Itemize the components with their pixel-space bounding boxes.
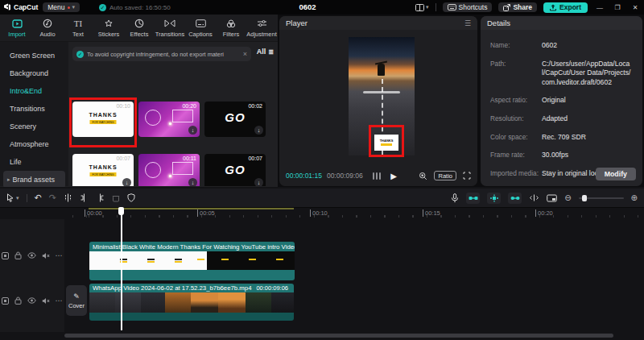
detail-row-name: Name: 0602 (481, 41, 642, 51)
sidebar-item-atmosphere[interactable]: Atmosphere (0, 135, 68, 153)
tab-audio[interactable]: Audio (32, 19, 63, 38)
neon-spark-shape (169, 122, 171, 125)
tab-captions[interactable]: Captions (185, 19, 216, 38)
annotation-red-box-player: THANKS (369, 125, 404, 157)
record-voiceover-icon[interactable] (451, 193, 459, 203)
minimize-button[interactable]: — (594, 4, 605, 11)
sidebar-item-background[interactable]: Background (0, 64, 68, 82)
player-menu-icon[interactable]: ☰ (464, 19, 471, 27)
export-button[interactable]: Export (543, 2, 588, 13)
asset-go-template-1[interactable]: GO 00:02 ↓ (204, 102, 266, 137)
mute-speaker-icon[interactable] (42, 297, 50, 305)
menu-button[interactable]: Menu ▾ (43, 2, 80, 12)
undo-button[interactable]: ↶ (35, 193, 42, 203)
redo-button[interactable]: ↷ (49, 193, 56, 203)
autosave-check-icon: ✓ (99, 4, 106, 11)
playhead-line[interactable] (121, 208, 122, 330)
track-type-icon[interactable] (2, 297, 9, 305)
eye-visibility-icon[interactable] (27, 252, 36, 259)
sidebar-item-scenery[interactable]: Scenery (0, 118, 68, 135)
asset-go-template-2[interactable]: GO 00:07 ↓ (204, 154, 266, 186)
tab-text[interactable]: TI Text (63, 19, 93, 38)
magnet-link-icon (469, 195, 478, 201)
sidebar-item-brand-assets[interactable]: ▸ Brand assets (3, 171, 65, 189)
tab-transitions[interactable]: Transitions (155, 19, 185, 38)
link-clips-toggle[interactable] (508, 193, 522, 204)
fit-zoom-icon[interactable] (419, 172, 427, 180)
frame-preview-icon[interactable] (373, 172, 382, 180)
layout-switch-button[interactable]: ▾ (415, 4, 429, 11)
mute-speaker-icon[interactable] (42, 252, 50, 259)
clip-frames-white (89, 251, 207, 270)
share-button[interactable]: Share (498, 2, 537, 12)
chevron-down-icon: ▾ (16, 195, 19, 201)
timeline-ruler[interactable]: 00:00 00:05 00:10 00:15 00:20 (64, 208, 644, 219)
tab-label: Import (8, 31, 25, 38)
tab-effects[interactable]: Effects (124, 19, 155, 38)
sidebar-item-transitions[interactable]: Transitions (0, 100, 68, 118)
lock-icon[interactable] (14, 296, 22, 305)
asset-thanks-template-2[interactable]: 00:07 THANKS FOR WATCHING ↓ (72, 154, 134, 186)
download-icon[interactable]: ↓ (188, 126, 197, 135)
ripple-edit-icon[interactable] (529, 194, 539, 201)
close-button[interactable]: ✕ (630, 4, 641, 11)
track-more-icon[interactable]: ⋯ (56, 296, 64, 305)
timeline-zoom-in-icon[interactable]: ⊕ (631, 193, 638, 202)
download-icon[interactable]: ↓ (188, 178, 197, 186)
track2-header: ⋯ (0, 296, 64, 305)
tab-adjustment[interactable]: Adjustment (246, 19, 277, 38)
sidebar-item-green-screen[interactable]: Green Screen (0, 47, 68, 64)
fullscreen-icon[interactable] (463, 172, 471, 180)
audio-icon (43, 19, 52, 29)
track-more-icon[interactable]: ⋯ (56, 251, 64, 259)
timeline-zoom-out-icon[interactable]: ⊖ (564, 193, 571, 202)
mask-shield-icon[interactable] (127, 193, 135, 202)
transitions-icon (164, 19, 175, 29)
tab-import[interactable]: Import (2, 19, 32, 38)
download-icon[interactable]: ↓ (254, 126, 263, 135)
zoom-slider-handle[interactable] (582, 195, 587, 201)
track1-header: ⋯ (0, 251, 64, 259)
tab-filters[interactable]: Filters (216, 19, 246, 38)
track-type-icon[interactable] (2, 252, 9, 259)
playhead-handle[interactable] (118, 207, 124, 215)
details-panel-title: Details (487, 19, 510, 27)
timeline-zoom-slider[interactable] (579, 197, 624, 199)
delete-icon[interactable] (112, 194, 120, 202)
select-tool-button[interactable]: ▾ (6, 193, 19, 202)
play-button[interactable]: ▶ (390, 172, 397, 180)
menu-label: Menu (47, 3, 64, 11)
delete-left-icon[interactable] (80, 193, 89, 202)
sidebar-item-intro-end[interactable]: Intro&End (0, 82, 68, 100)
autosave-status: ✓ Auto saved: 16:50:50 (99, 4, 171, 11)
eye-visibility-icon[interactable] (27, 297, 36, 304)
tab-stickers[interactable]: Stickers (93, 19, 124, 38)
download-icon[interactable]: ↓ (122, 178, 131, 186)
maximize-button[interactable]: ❐ (612, 4, 623, 11)
filter-all-dropdown[interactable]: All ≣ (257, 48, 274, 56)
ratio-button[interactable]: Ratio (434, 171, 456, 180)
sidebar-item-label: Brand assets (13, 171, 56, 189)
delete-right-icon[interactable] (96, 193, 105, 202)
neon-rect-shape (172, 162, 193, 175)
detail-value: Rec. 709 SDR (542, 133, 633, 143)
magnetic-timeline-toggle[interactable] (466, 193, 480, 204)
current-time: 00:00:01:15 (286, 172, 322, 180)
timeline-horizontal-scrollbar[interactable] (64, 334, 613, 338)
captions-icon (196, 19, 206, 29)
detail-row-path: Path: C:/Users/user/AppData/Local/CapCut… (481, 60, 642, 88)
sidebar-item-life[interactable]: Life (0, 153, 68, 171)
preview-frame-icon[interactable] (547, 194, 557, 202)
split-clip-icon[interactable] (64, 193, 72, 202)
auto-snap-toggle[interactable] (487, 193, 501, 204)
notice-close-icon[interactable]: × (243, 50, 247, 58)
lock-icon[interactable] (14, 251, 22, 259)
shortcuts-button[interactable]: Shortcuts (443, 2, 493, 12)
modify-button[interactable]: Modify (596, 168, 636, 180)
share-label: Share (513, 3, 532, 11)
detail-label: Frame rate: (490, 151, 542, 160)
asset-neon-template-1[interactable]: 00:20 ↓ (138, 102, 200, 137)
download-icon[interactable]: ↓ (254, 178, 263, 186)
cover-edit-button[interactable]: ✎ Cover (66, 285, 87, 316)
asset-neon-template-2[interactable]: 00:11 ↓ (138, 154, 200, 186)
